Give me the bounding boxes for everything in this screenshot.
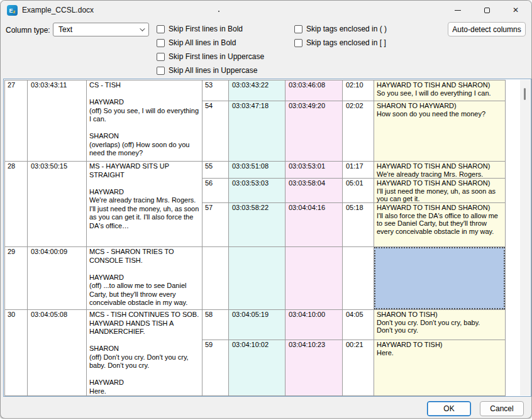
subtitle-duration-cell[interactable]: 02:10 — [343, 80, 374, 101]
checkbox-icon — [157, 67, 165, 75]
scene-row: 27 03:03:43:11 CS - TISH HAYWARD (off) S… — [5, 80, 202, 162]
subtitle-text-cell[interactable]: HAYWARD TO TISH AND SHARON) So you see, … — [374, 80, 506, 101]
subtitle-number-cell[interactable]: 54 — [202, 101, 229, 162]
checkbox-label: Skip tags enclosed in ( ) — [306, 25, 387, 33]
scene-number-cell[interactable]: 27 — [5, 80, 28, 162]
subtitle-end-cell[interactable]: 03:04:04:16 — [285, 203, 343, 247]
checkbox-skip-first-lines-uppercase[interactable]: Skip First lines in Uppercase — [157, 52, 264, 61]
subtitle-text-cell[interactable]: SHARON TO HAYWARD) How soon do you need … — [374, 101, 506, 162]
maximize-button[interactable] — [472, 1, 501, 19]
subtitle-number-cell[interactable]: 56 — [202, 179, 229, 203]
scene-timecode-cell[interactable]: 03:03:43:11 — [28, 80, 87, 162]
subtitle-text-cell[interactable]: HAYWARD TO TISH AND SHARON) I'll also fo… — [374, 203, 506, 247]
close-button[interactable]: ✕ — [501, 1, 530, 19]
scene-timecode-cell[interactable]: 03:03:50:15 — [28, 162, 87, 247]
checkbox-skip-all-lines-uppercase[interactable]: Skip All lines in Uppercase — [157, 66, 257, 75]
subtitle-row: 56 03:03:53:03 03:03:58:04 05:01 HAYWARD… — [202, 179, 506, 203]
column-type-label: Column type: — [6, 26, 50, 35]
subtitle-start-cell[interactable] — [229, 247, 285, 310]
subtitle-text-cell[interactable]: HAYWARD TO TISH) Here. — [374, 340, 506, 396]
scene-timecode-cell[interactable]: 03:04:00:09 — [28, 247, 87, 310]
scene-row: 29 03:04:00:09 MCS - SHARON TRIES TO CON… — [5, 247, 202, 310]
scene-number-cell[interactable]: 29 — [5, 247, 28, 310]
checkbox-icon — [157, 25, 165, 33]
subtitle-row-empty — [202, 247, 506, 310]
dialog-window: Ez Example_CCSL.docx ✕ Column type: Text… — [0, 0, 532, 419]
checkbox-label: Skip All lines in Uppercase — [169, 66, 257, 75]
subtitle-text-cell[interactable]: SHARON TO TISH) Don't you cry. Don't you… — [374, 310, 506, 340]
checkbox-icon — [157, 39, 165, 47]
table-viewport: 27 03:03:43:11 CS - TISH HAYWARD (off) S… — [3, 79, 531, 397]
stray-dot — [218, 11, 219, 12]
subtitle-end-cell[interactable]: 03:03:46:08 — [285, 80, 343, 101]
subtitle-text-cell-selected[interactable] — [374, 247, 506, 310]
subtitle-end-cell[interactable]: 03:03:53:01 — [285, 162, 343, 179]
subtitle-end-cell[interactable]: 03:04:10:23 — [285, 340, 343, 396]
scene-row: 30 03:04:05:08 MCS - TISH CONTINUES TO S… — [5, 310, 202, 396]
subtitle-end-cell[interactable]: 03:04:10:00 — [285, 310, 343, 340]
subtitle-duration-cell[interactable]: 05:18 — [343, 203, 374, 247]
subtitle-text-cell[interactable]: HAYWARD TO TISH AND SHARON) We're alread… — [374, 162, 506, 179]
subtitle-number-cell[interactable]: 59 — [202, 340, 229, 396]
checkbox-skip-all-lines-bold[interactable]: Skip All lines in Bold — [157, 38, 236, 47]
subtitle-start-cell[interactable]: 03:03:47:18 — [229, 101, 285, 162]
column-type-select[interactable]: Text — [53, 23, 149, 36]
subtitle-number-cell[interactable]: 55 — [202, 162, 229, 179]
subtitle-duration-cell[interactable]: 01:17 — [343, 162, 374, 179]
window-controls: ✕ — [443, 1, 530, 19]
subtitle-start-cell[interactable]: 03:03:53:03 — [229, 179, 285, 203]
checkbox-skip-tags-parentheses[interactable]: Skip tags enclosed in ( ) — [294, 25, 387, 33]
subtitle-number-cell[interactable] — [202, 247, 229, 310]
vertical-scrollbar[interactable] — [520, 80, 530, 395]
cancel-button[interactable]: Cancel — [480, 401, 524, 416]
subtitle-duration-cell[interactable]: 00:21 — [343, 340, 374, 396]
scene-row: 28 03:03:50:15 MS - HAYWARD SITS UP STRA… — [5, 162, 202, 247]
checkbox-label: Skip tags enclosed in [ ] — [306, 38, 386, 47]
subtitle-number-cell[interactable]: 57 — [202, 203, 229, 247]
scene-grid: 27 03:03:43:11 CS - TISH HAYWARD (off) S… — [4, 80, 202, 396]
checkbox-label: Skip All lines in Bold — [169, 38, 236, 47]
close-icon: ✕ — [513, 6, 519, 14]
checkbox-skip-tags-brackets[interactable]: Skip tags enclosed in [ ] — [294, 38, 386, 47]
subtitle-row: 58 03:04:05:19 03:04:10:00 04:05 SHARON … — [202, 310, 506, 340]
subtitle-end-cell[interactable] — [285, 247, 343, 310]
subtitle-start-cell[interactable]: 03:03:58:22 — [229, 203, 285, 247]
subtitle-start-cell[interactable]: 03:03:51:08 — [229, 162, 285, 179]
scene-text-cell[interactable]: MS - HAYWARD SITS UP STRAIGHT HAYWARD We… — [87, 162, 202, 247]
minimize-button[interactable] — [443, 1, 472, 19]
scene-number-cell[interactable]: 30 — [5, 310, 28, 396]
column-type-value: Text — [58, 25, 72, 34]
auto-detect-columns-button[interactable]: Auto-detect columns — [448, 22, 526, 36]
selected-cell-highlight — [374, 247, 505, 309]
subtitle-start-cell[interactable]: 03:03:43:22 — [229, 80, 285, 101]
maximize-icon — [484, 8, 490, 13]
chevron-down-icon — [140, 26, 145, 31]
subtitle-end-cell[interactable]: 03:03:49:20 — [285, 101, 343, 162]
app-icon-letter-z: z — [13, 9, 16, 14]
subtitle-start-cell[interactable]: 03:04:10:02 — [229, 340, 285, 396]
scene-number-cell[interactable]: 28 — [5, 162, 28, 247]
subtitle-number-cell[interactable]: 58 — [202, 310, 229, 340]
scene-text-cell[interactable]: MCS - TISH CONTINUES TO SOB. HAYWARD HAN… — [87, 310, 202, 396]
scrollbar-thumb[interactable] — [524, 88, 526, 100]
ok-button[interactable]: OK — [427, 401, 471, 416]
scene-text-cell[interactable]: CS - TISH HAYWARD (off) So you see, I wi… — [87, 80, 202, 162]
subtitle-duration-cell[interactable] — [343, 247, 374, 310]
subtitle-duration-cell[interactable]: 05:01 — [343, 179, 374, 203]
subtitle-row: 59 03:04:10:02 03:04:10:23 00:21 HAYWARD… — [202, 340, 506, 396]
subtitle-number-cell[interactable]: 53 — [202, 80, 229, 101]
subtitle-start-cell[interactable]: 03:04:05:19 — [229, 310, 285, 340]
subtitle-duration-cell[interactable]: 04:05 — [343, 310, 374, 340]
subtitle-row: 54 03:03:47:18 03:03:49:20 02:02 SHARON … — [202, 101, 506, 162]
checkbox-skip-first-lines-bold[interactable]: Skip First lines in Bold — [157, 25, 243, 33]
scene-timecode-cell[interactable]: 03:04:05:08 — [28, 310, 87, 396]
checkbox-icon — [294, 25, 302, 33]
window-title: Example_CCSL.docx — [22, 6, 94, 14]
checkbox-icon — [157, 53, 165, 61]
subtitle-duration-cell[interactable]: 02:02 — [343, 101, 374, 162]
minimize-icon — [455, 10, 461, 11]
subtitle-end-cell[interactable]: 03:03:58:04 — [285, 179, 343, 203]
subtitle-text-cell[interactable]: HAYWARD TO TISH AND SHARON) I'll just ne… — [374, 179, 506, 203]
checkbox-icon — [294, 39, 302, 47]
scene-text-cell[interactable]: MCS - SHARON TRIES TO CONSOLE TISH. HAYW… — [87, 247, 202, 310]
